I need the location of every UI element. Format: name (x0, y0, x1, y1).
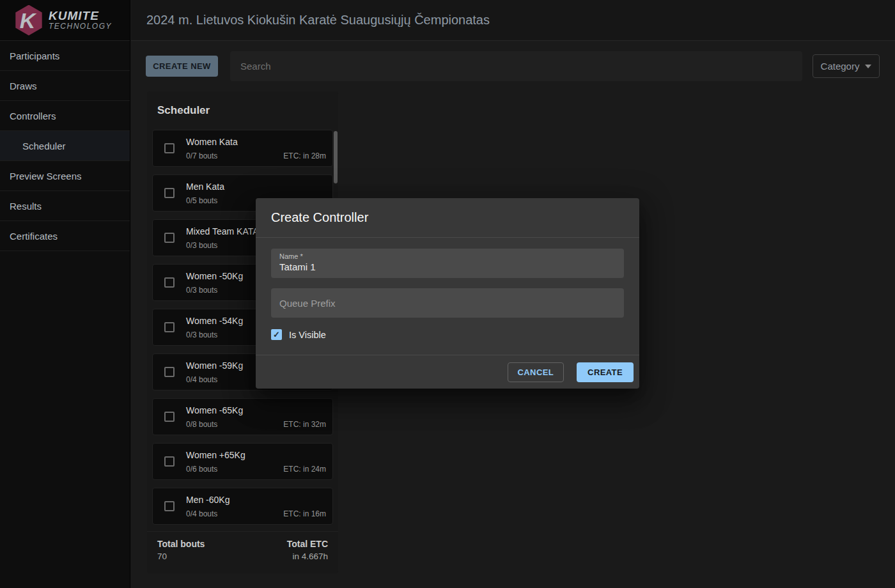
chevron-down-icon (865, 65, 871, 68)
category-checkbox[interactable] (164, 143, 175, 153)
category-checkbox[interactable] (164, 367, 175, 377)
category-bouts: 0/4 bouts (186, 509, 217, 518)
app-header: 2024 m. Lietuvos Kiokušin Karatė Suaugus… (131, 0, 895, 41)
category-name: Women -59Kg (186, 360, 243, 371)
category-checkbox[interactable] (164, 277, 175, 288)
category-bouts: 0/3 bouts (186, 286, 217, 295)
category-name: Men -60Kg (186, 495, 230, 505)
name-field-label: Name * (279, 252, 616, 260)
category-etc: ETC: in 24m (283, 465, 326, 474)
sidebar: K KUMITE TECHNOLOGY Participants Draws C… (0, 0, 130, 588)
sidebar-item-certificates[interactable]: Certificates (0, 221, 130, 251)
category-bouts: 0/7 bouts (186, 151, 217, 160)
create-controller-dialog: Create Controller Name * ✓ Is Visible CA… (256, 198, 639, 389)
category-checkbox[interactable] (164, 188, 175, 198)
sidebar-item-label: Certificates (10, 231, 58, 242)
category-bouts: 0/3 bouts (186, 241, 217, 250)
brand-title: KUMITE (49, 10, 112, 22)
sidebar-item-controllers[interactable]: Controllers (0, 101, 130, 131)
category-checkbox[interactable] (164, 412, 175, 422)
sidebar-item-scheduler[interactable]: Scheduler (0, 131, 130, 161)
sidebar-nav: Participants Draws Controllers Scheduler… (0, 41, 130, 251)
sidebar-item-draws[interactable]: Draws (0, 71, 130, 101)
queue-prefix-input[interactable] (279, 298, 616, 309)
scrollbar-thumb[interactable] (334, 131, 338, 183)
category-checkbox[interactable] (164, 322, 175, 332)
name-input[interactable] (279, 261, 616, 272)
tournament-title: 2024 m. Lietuvos Kiokušin Karatė Suaugus… (146, 13, 490, 27)
sidebar-item-participants[interactable]: Participants (0, 41, 130, 71)
sidebar-item-label: Scheduler (22, 141, 66, 151)
category-card: Women -65Kg 0/8 bouts ETC: in 32m (152, 398, 333, 435)
category-bouts: 0/8 bouts (186, 420, 217, 429)
scheduler-footer: Total bouts 70 Total ETC in 4.667h (147, 531, 338, 573)
sidebar-item-label: Draws (10, 81, 37, 91)
category-card: Women Kata 0/7 bouts ETC: in 28m (152, 130, 333, 167)
category-etc: ETC: in 16m (283, 509, 326, 518)
category-etc: ETC: in 28m (283, 151, 326, 160)
category-dropdown-label: Category (821, 61, 860, 72)
sidebar-item-label: Participants (10, 50, 59, 61)
dialog-title: Create Controller (271, 210, 368, 224)
brand-subtitle: TECHNOLOGY (49, 22, 112, 31)
sidebar-item-results[interactable]: Results (0, 191, 130, 221)
category-etc: ETC: in 32m (283, 420, 326, 429)
total-bouts-label: Total bouts (157, 539, 205, 549)
total-etc-value: in 4.667h (287, 552, 328, 561)
category-name: Mixed Team KATA (186, 226, 259, 236)
cancel-button[interactable]: CANCEL (508, 362, 564, 382)
logo-letter: K (20, 10, 36, 31)
create-new-button[interactable]: CREATE NEW (146, 56, 218, 77)
sidebar-item-label: Preview Screens (10, 171, 82, 182)
create-button[interactable]: CREATE (577, 362, 634, 382)
sidebar-item-label: Results (10, 201, 42, 212)
total-bouts-value: 70 (157, 552, 205, 561)
category-checkbox[interactable] (164, 456, 175, 467)
name-field[interactable]: Name * (271, 249, 624, 278)
kumite-hexagon-logo-icon: K (14, 5, 43, 36)
total-etc-label: Total ETC (287, 539, 328, 549)
queue-prefix-field[interactable] (271, 288, 624, 318)
checkmark-icon: ✓ (273, 330, 280, 339)
category-name: Women Kata (186, 137, 238, 147)
category-bouts: 0/6 bouts (186, 465, 217, 474)
category-bouts: 0/3 bouts (186, 330, 217, 339)
category-checkbox[interactable] (164, 501, 175, 511)
category-card: Men -60Kg 0/4 bouts ETC: in 16m (152, 488, 333, 525)
is-visible-label: Is Visible (289, 330, 326, 340)
search-input[interactable] (230, 51, 802, 81)
is-visible-checkbox[interactable]: ✓ (271, 329, 282, 340)
category-bouts: 0/4 bouts (186, 375, 217, 384)
category-bouts: 0/5 bouts (186, 196, 217, 205)
category-checkbox[interactable] (164, 233, 175, 243)
sidebar-item-label: Controllers (10, 111, 56, 121)
brand-logo: K KUMITE TECHNOLOGY (0, 0, 130, 41)
category-dropdown[interactable]: Category (813, 54, 880, 78)
category-name: Women -50Kg (186, 271, 243, 281)
category-name: Women -65Kg (186, 405, 243, 415)
category-name: Women +65Kg (186, 450, 245, 460)
sidebar-item-preview-screens[interactable]: Preview Screens (0, 161, 130, 191)
scheduler-panel-title: Scheduler (147, 91, 338, 127)
category-name: Women -54Kg (186, 316, 243, 326)
category-card: Women +65Kg 0/6 bouts ETC: in 24m (152, 443, 333, 480)
category-name: Men Kata (186, 182, 224, 192)
